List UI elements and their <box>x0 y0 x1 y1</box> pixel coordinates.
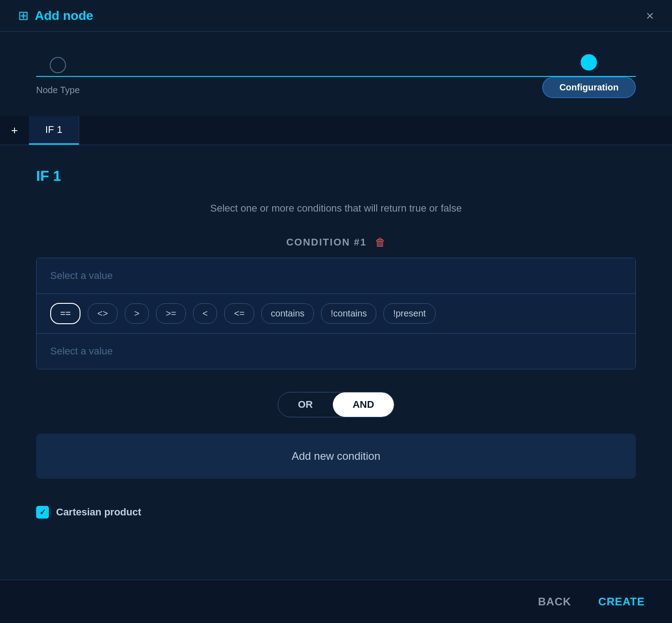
value-select-2[interactable]: Select a value <box>37 334 635 369</box>
main-content: IF 1 Select one or more conditions that … <box>0 145 672 532</box>
create-button[interactable]: CREATE <box>598 595 645 608</box>
op-greater[interactable]: > <box>125 303 149 324</box>
step2-circle <box>581 54 597 71</box>
op-greaterequals[interactable]: >= <box>156 303 185 324</box>
add-tab-button[interactable]: + <box>0 116 29 145</box>
op-notcontains[interactable]: !contains <box>321 303 376 324</box>
logic-toggle: OR AND <box>36 392 636 417</box>
footer: BACK CREATE <box>0 580 672 623</box>
header: ⊞ Add node × <box>0 0 672 32</box>
stepper: Node Type Configuration <box>36 54 636 98</box>
op-lessequals[interactable]: <= <box>224 303 254 324</box>
logic-and-button[interactable]: AND <box>333 392 394 417</box>
condition-label: CONDITION #1 <box>286 236 367 248</box>
op-notpresent[interactable]: !present <box>383 303 435 324</box>
logic-group: OR AND <box>278 392 395 417</box>
back-button[interactable]: BACK <box>538 595 571 608</box>
op-less[interactable]: < <box>193 303 218 324</box>
condition-header: CONDITION #1 🗑 <box>36 236 636 249</box>
tabs-row: + IF 1 <box>0 116 672 145</box>
step1-circle <box>50 57 66 73</box>
step2-badge: Configuration <box>542 77 636 98</box>
add-condition-button[interactable]: Add new condition <box>36 434 636 479</box>
subtitle: Select one or more conditions that will … <box>36 203 636 214</box>
header-left: ⊞ Add node <box>18 8 93 23</box>
operators-row: == <> > >= < <= contains !contains !pres… <box>37 294 635 334</box>
header-title: Add node <box>35 9 93 23</box>
step1-label: Node Type <box>36 85 80 95</box>
node-icon: ⊞ <box>18 8 28 23</box>
delete-condition-button[interactable]: 🗑 <box>375 236 386 249</box>
op-notequals[interactable]: <> <box>88 303 117 324</box>
if-title: IF 1 <box>36 168 636 184</box>
close-button[interactable]: × <box>646 9 654 23</box>
step-configuration: Configuration <box>542 54 636 98</box>
cartesian-label: Cartesian product <box>56 506 141 518</box>
cartesian-checkbox[interactable] <box>36 506 49 519</box>
condition-box: Select a value == <> > >= < <= contains … <box>36 258 636 369</box>
value-select-1[interactable]: Select a value <box>37 258 635 294</box>
stepper-area: Node Type Configuration <box>0 32 672 116</box>
logic-or-button[interactable]: OR <box>278 392 333 417</box>
cartesian-row: Cartesian product <box>36 506 636 519</box>
step-node-type: Node Type <box>36 57 80 95</box>
op-equals[interactable]: == <box>50 303 80 324</box>
op-contains[interactable]: contains <box>261 303 314 324</box>
tab-if1[interactable]: IF 1 <box>29 116 79 145</box>
